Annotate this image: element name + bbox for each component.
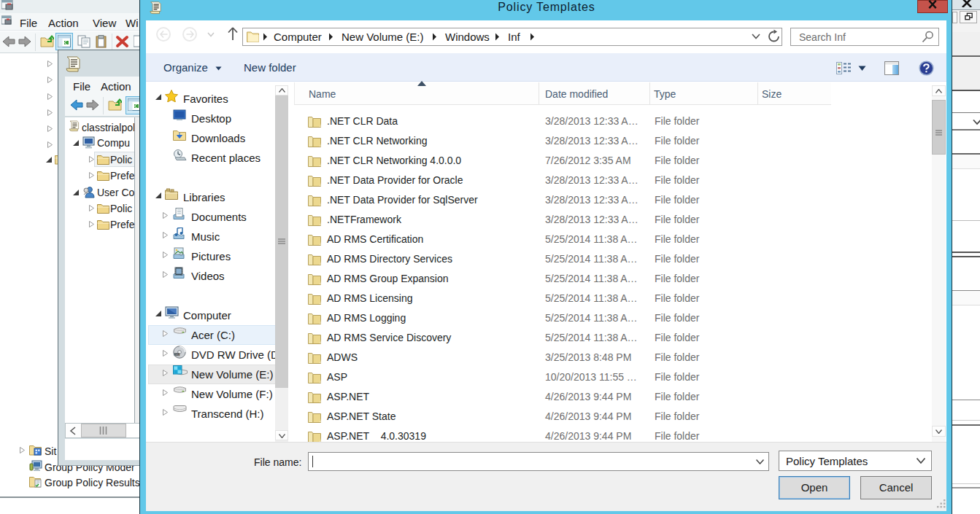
- svg-text:DVD: DVD: [174, 354, 180, 357]
